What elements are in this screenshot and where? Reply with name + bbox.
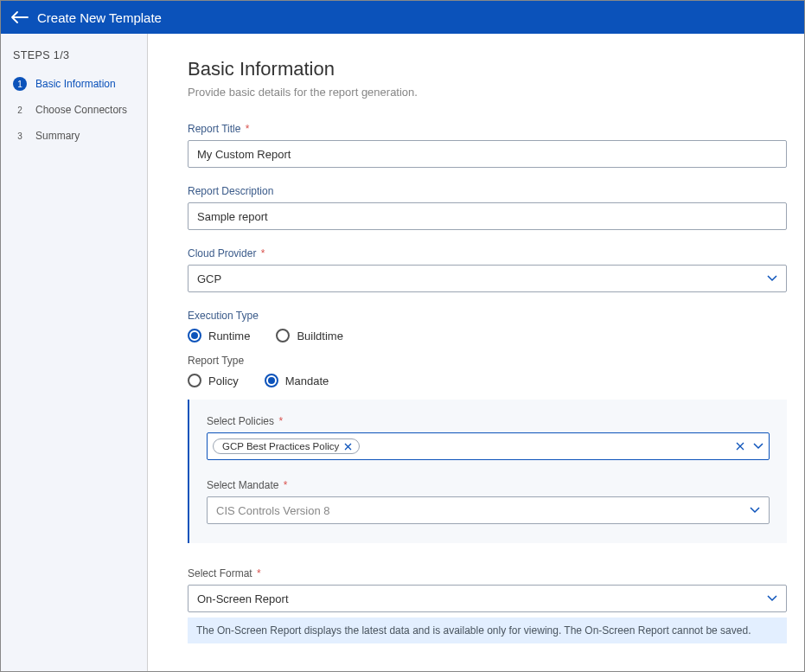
chevron-down-icon [767,275,777,282]
radio-mandate[interactable]: Mandate [265,374,329,387]
mandate-nested-block: Select Policies * GCP Best Practices Pol… [188,400,787,543]
radio-icon [265,374,278,387]
step-number: 2 [13,103,27,117]
select-mandate-label: Select Mandate * [207,479,770,491]
main-content: Basic Information Provide basic details … [148,34,804,671]
field-select-mandate: Select Mandate * CIS Controls Version 8 [207,479,770,524]
radio-icon [188,329,201,342]
report-description-label: Report Description [188,185,787,197]
chip-remove-icon[interactable] [344,443,352,451]
policy-chip-label: GCP Best Practices Policy [222,441,339,451]
radio-policy[interactable]: Policy [188,374,239,387]
field-select-policies: Select Policies * GCP Best Practices Pol… [207,415,770,460]
field-select-format: Select Format * On-Screen Report [188,567,787,612]
policy-chip: GCP Best Practices Policy [213,438,360,454]
radio-label: Buildtime [297,330,342,342]
steps-sidebar: STEPS 1/3 1 Basic Information 2 Choose C… [1,34,148,671]
step-choose-connectors[interactable]: 2 Choose Connectors [13,103,138,117]
clear-all-icon[interactable] [736,442,744,451]
page-header-title: Create New Template [37,10,162,25]
radio-label: Policy [208,374,239,387]
radio-runtime[interactable]: Runtime [188,329,250,342]
radio-buildtime[interactable]: Buildtime [276,329,342,342]
format-info-banner: The On-Screen Report displays the latest… [188,618,787,643]
radio-icon [188,374,201,387]
select-mandate-value: CIS Controls Version 8 [216,504,330,517]
select-mandate-select[interactable]: CIS Controls Version 8 [207,496,770,524]
step-label: Summary [35,130,80,142]
page-subtitle: Provide basic details for the report gen… [188,86,787,99]
step-label: Basic Information [35,78,116,90]
report-title-input[interactable] [188,140,787,168]
steps-counter: STEPS 1/3 [13,49,138,61]
field-report-description: Report Description [188,185,787,230]
step-number: 1 [13,77,27,91]
cloud-provider-value: GCP [197,272,221,285]
page-header: Create New Template [1,1,804,34]
report-title-label: Report Title * [188,123,787,135]
field-report-type: Report Type Policy Mandate [188,355,787,387]
radio-icon [276,329,290,342]
field-report-title: Report Title * [188,123,787,168]
step-summary[interactable]: 3 Summary [13,129,138,143]
step-basic-information[interactable]: 1 Basic Information [13,77,138,91]
execution-type-label: Execution Type [188,310,787,322]
report-type-label: Report Type [188,355,787,367]
chevron-down-icon [753,443,763,450]
step-label: Choose Connectors [35,104,127,116]
report-description-input[interactable] [188,202,787,230]
cloud-provider-select[interactable]: GCP [188,265,787,292]
select-format-select[interactable]: On-Screen Report [188,585,787,612]
chevron-down-icon [767,595,777,602]
select-format-label: Select Format * [188,567,787,579]
step-number: 3 [13,129,27,143]
field-cloud-provider: Cloud Provider * GCP [188,247,787,292]
field-execution-type: Execution Type Runtime Buildtime [188,310,787,342]
chevron-down-icon [750,507,760,514]
back-arrow-icon[interactable] [11,11,29,23]
radio-label: Mandate [285,374,329,387]
cloud-provider-label: Cloud Provider * [188,247,787,259]
radio-label: Runtime [208,330,250,342]
select-policies-label: Select Policies * [207,415,770,427]
select-format-value: On-Screen Report [197,592,289,605]
select-policies-input[interactable]: GCP Best Practices Policy [207,432,770,460]
page-title: Basic Information [188,58,787,80]
